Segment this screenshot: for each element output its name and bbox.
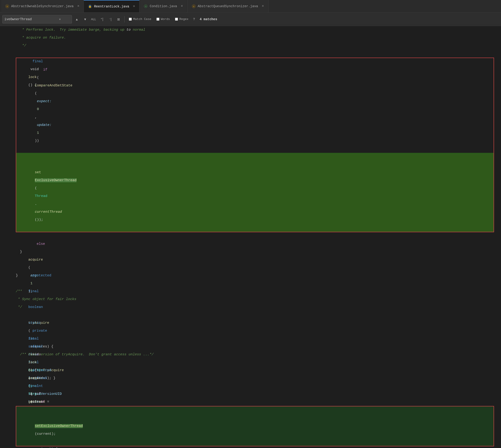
next-match-button[interactable]: ▼ [82,16,89,23]
code-text: , [35,115,39,119]
code-line [0,327,501,335]
code-text [35,416,51,420]
code-text: (current); [35,432,56,436]
tab-icon-4: ☕ [192,4,196,8]
code-line: int c = getState (); [0,374,501,382]
match-case-option[interactable]: Match Case [127,17,153,21]
code-line: setExclusiveOwnerThread (current); [16,406,494,446]
code-line: * Performs lock. Try immediate barge, ba… [0,26,501,34]
tab-bar: ☕ AbstractOwnableSynchronizer.java × 🔒 R… [0,0,501,13]
code-text: 0 [35,107,39,111]
tab-close-1[interactable]: × [77,4,80,8]
code-text: Thread [35,194,47,198]
words-label: Words [161,17,170,21]
code-line: set ExclusiveOwnerThread ( Thread . curr… [16,153,494,232]
clear-search-button[interactable]: × [56,16,63,23]
code-text: expect: [35,99,51,103]
selection-toggle-button[interactable]: ⁻| [107,16,114,23]
line-content: * Sync object for fair locks [14,295,501,303]
tab-close-3[interactable]: × [181,4,183,8]
search-input[interactable] [4,17,55,21]
code-text: compareAndSetState [35,84,72,88]
code-line: } [0,272,501,280]
code-line: else [0,232,501,240]
words-option[interactable]: Words [154,17,172,21]
line-content: if ( compareAndSetState ( expect: 0 , up… [16,58,494,153]
code-text: } [16,250,22,254]
tab-icon-3: ☕ [144,4,148,8]
line-content: return true ; [14,446,501,448]
code-text: )) [35,139,39,143]
tab-condition[interactable]: ☕ Condition.java × [139,0,187,12]
tab-label-4: AbstractQueuedSynchronizer.java [198,4,258,8]
code-line: protected final boolean tryAcquire ( int… [0,359,501,367]
code-line: private static final long serialVersionU… [0,319,501,327]
code-text: */ [16,305,22,309]
code-area: * Performs lock. Try immediate barge, ba… [0,26,501,448]
tab-close-2[interactable]: × [133,4,135,9]
code-text: . [35,202,37,206]
code-text [35,162,47,166]
line-content: } [14,272,501,280]
code-text: if [35,68,47,72]
line-content: * acquire on failure. [14,34,501,42]
code-text: ( [35,186,37,190]
regex-option[interactable]: Regex [173,17,190,21]
search-bar: × ▲ ▼ ALL ⁺| ⁻| ⊠ Match Case Words Regex… [0,13,501,26]
code-line: */ [0,303,501,311]
code-text: set [35,171,41,175]
code-text: update: [35,123,51,127]
matches-count: 4 matches [199,17,217,21]
search-divider [124,16,125,23]
code-line: final void lock () { acquire ( arg: 1 );… [0,335,501,343]
regex-checkbox[interactable] [175,18,178,21]
line-content: * Performs lock. Try immediate barge, ba… [14,26,501,34]
tab-label-1: AbstractOwnableSynchronizer.java [11,4,74,8]
search-help-button[interactable]: ? [192,17,196,21]
code-line: * acquire on failure. [0,34,501,42]
search-input-wrap: × [2,15,72,23]
code-text: /** Fair version of tryAcquire. Don't gr… [16,352,154,356]
code-text: * Sync object for fair locks [16,297,76,301]
code-line: if ( compareAndSetState ( expect: 0 , up… [16,58,494,153]
code-line [0,343,501,351]
tab-abstract-ownable[interactable]: ☕ AbstractOwnableSynchronizer.java × [1,0,84,12]
code-text: /** [16,289,22,293]
line-content: /** [14,288,501,295]
tab-close-4[interactable]: × [262,4,264,8]
tab-abstract-queued[interactable]: ☕ AbstractQueuedSynchronizer.java × [187,0,269,12]
code-text: currentThread [35,210,62,214]
regex-label: Regex [179,17,188,21]
tab-icon-1: ☕ [5,4,9,8]
code-line: return true ; [0,446,501,448]
code-line: final Thread current = Thread . currentT… [0,367,501,374]
code-line: final void lock () { [0,50,501,58]
words-checkbox[interactable] [156,18,159,21]
code-line: * Sync object for fair locks [0,295,501,303]
all-matches-button[interactable]: ALL [90,16,97,23]
prev-match-button[interactable]: ▲ [73,16,80,23]
code-line: } [0,248,501,256]
match-highlight: ExclusiveOwnerThread [35,178,76,182]
match-highlight-2: setExclusiveOwnerThread [35,424,83,428]
code-line: if (! hasQueuedPredecessors () && [0,390,501,398]
code-text: */ [16,44,26,48]
tab-reentrant-lock[interactable]: 🔒 ReentrantLock.java × [84,0,139,12]
code-text: ( [35,76,39,80]
match-case-checkbox[interactable] [129,18,132,21]
code-text: 1 [35,131,39,135]
tab-label-2: ReentrantLock.java [94,5,129,8]
add-cursor-button[interactable]: ⁺| [98,16,105,23]
red-highlight-box-1: if ( compareAndSetState ( expect: 0 , up… [16,58,494,232]
code-line: if (c == 0 ) { [0,382,501,390]
code-line: */ [0,42,501,50]
line-content: setExclusiveOwnerThread (current); [16,406,494,446]
filter-button[interactable]: ⊠ [115,16,122,23]
code-line: static final class FairSync extends Sync… [0,311,501,319]
code-line: compareAndSetState ( expect: 0 , acquire… [0,398,501,406]
line-content: /** Fair version of tryAcquire. Don't gr… [14,351,501,359]
line-content: */ [14,42,501,50]
red-highlight-box-2: setExclusiveOwnerThread (current); [16,406,494,446]
code-line: protected final boolean tryAcquire ( int… [0,264,501,272]
code-line: /** [0,288,501,295]
